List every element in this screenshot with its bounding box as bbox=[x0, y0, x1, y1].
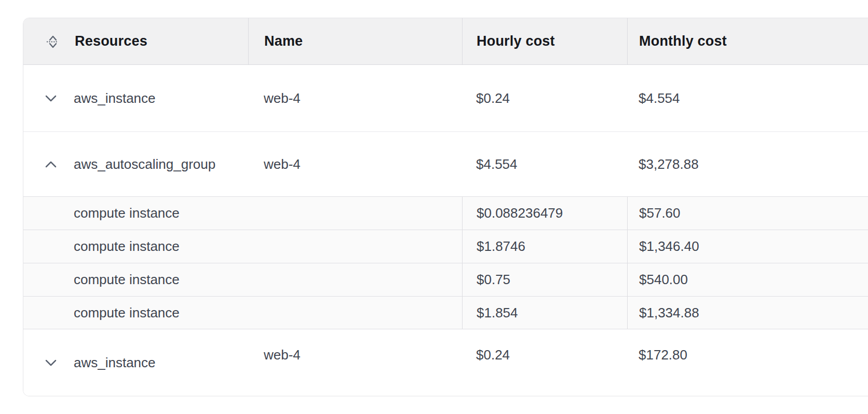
header-cell-resources[interactable]: Resources bbox=[23, 18, 248, 64]
monthly-cost-value: $540.00 bbox=[639, 272, 688, 288]
cost-component-label-cell: compute instance bbox=[23, 197, 462, 230]
cost-estimate-table: Resources Name Hourly cost Monthly cost … bbox=[23, 18, 868, 396]
cost-component-label-cell: compute instance bbox=[23, 297, 462, 329]
monthly-cost-cell: $172.80 bbox=[627, 329, 868, 396]
chevron-down-icon[interactable] bbox=[45, 95, 57, 102]
header-label-name: Name bbox=[264, 33, 303, 49]
sort-updown-icon bbox=[45, 34, 61, 49]
chevron-up-icon[interactable] bbox=[45, 161, 57, 168]
monthly-cost-value: $1,334.88 bbox=[639, 305, 699, 321]
hourly-cost-value: $1.854 bbox=[477, 305, 518, 321]
hourly-cost-cell: $0.24 bbox=[462, 329, 627, 396]
hourly-cost-value: $0.24 bbox=[476, 90, 510, 106]
resource-type: aws_autoscaling_group bbox=[74, 156, 215, 172]
resource-name: web-4 bbox=[264, 347, 301, 363]
header-cell-name: Name bbox=[248, 18, 462, 64]
name-cell: web-4 bbox=[248, 132, 462, 196]
cost-component-label: compute instance bbox=[74, 238, 180, 255]
hourly-cost-cell: $1.854 bbox=[462, 297, 627, 329]
header-cell-hourly-cost: Hourly cost bbox=[462, 18, 627, 64]
monthly-cost-value: $4.554 bbox=[639, 90, 680, 106]
cost-component-label: compute instance bbox=[74, 205, 180, 221]
name-cell: web-4 bbox=[248, 65, 462, 131]
hourly-cost-value: $0.75 bbox=[477, 272, 510, 288]
monthly-cost-value: $57.60 bbox=[639, 205, 681, 221]
hourly-cost-cell: $0.75 bbox=[462, 263, 627, 296]
cost-component-label-cell: compute instance bbox=[23, 263, 462, 296]
cost-component-row: compute instance $1.8746 $1,346.40 bbox=[23, 230, 868, 263]
cost-component-row: compute instance $0.75 $540.00 bbox=[23, 263, 868, 296]
cost-component-label: compute instance bbox=[74, 272, 180, 288]
resource-cell: aws_instance bbox=[23, 65, 248, 131]
monthly-cost-value: $172.80 bbox=[639, 347, 687, 363]
header-label-hourly-cost: Hourly cost bbox=[477, 33, 555, 49]
table-row: aws_autoscaling_group web-4 $4.554 $3,27… bbox=[23, 132, 868, 196]
table-header-row: Resources Name Hourly cost Monthly cost bbox=[23, 18, 868, 65]
hourly-cost-cell: $4.554 bbox=[462, 132, 627, 196]
table-row: aws_instance web-4 $0.24 $4.554 bbox=[23, 65, 868, 132]
hourly-cost-value: $1.8746 bbox=[477, 238, 525, 255]
monthly-cost-cell: $3,278.88 bbox=[627, 132, 868, 196]
cost-component-row: compute instance $0.088236479 $57.60 bbox=[23, 196, 868, 230]
monthly-cost-cell: $4.554 bbox=[627, 65, 868, 131]
resource-type: aws_instance bbox=[74, 355, 156, 371]
monthly-cost-cell: $1,346.40 bbox=[627, 230, 868, 263]
resource-cell: aws_autoscaling_group bbox=[23, 132, 248, 196]
monthly-cost-value: $3,278.88 bbox=[639, 156, 699, 172]
hourly-cost-value: $0.088236479 bbox=[477, 205, 563, 221]
hourly-cost-cell: $0.24 bbox=[462, 65, 627, 131]
cost-component-label: compute instance bbox=[74, 305, 180, 321]
hourly-cost-cell: $0.088236479 bbox=[462, 197, 627, 230]
hourly-cost-value: $4.554 bbox=[476, 156, 518, 172]
hourly-cost-value: $0.24 bbox=[476, 347, 510, 363]
monthly-cost-cell: $1,334.88 bbox=[627, 297, 868, 329]
resource-name: web-4 bbox=[264, 156, 301, 172]
cost-component-row: compute instance $1.854 $1,334.88 bbox=[23, 296, 868, 329]
resource-name: web-4 bbox=[264, 90, 301, 106]
monthly-cost-cell: $57.60 bbox=[627, 197, 868, 230]
name-cell: web-4 bbox=[248, 329, 462, 396]
monthly-cost-value: $1,346.40 bbox=[639, 238, 699, 255]
table-row: aws_instance web-4 $0.24 $172.80 bbox=[23, 329, 868, 396]
resource-type: aws_instance bbox=[74, 90, 156, 106]
monthly-cost-cell: $540.00 bbox=[627, 263, 868, 296]
header-label-resources: Resources bbox=[75, 33, 147, 49]
cost-component-label-cell: compute instance bbox=[23, 230, 462, 263]
header-cell-monthly-cost: Monthly cost bbox=[627, 18, 868, 64]
hourly-cost-cell: $1.8746 bbox=[462, 230, 627, 263]
header-label-monthly-cost: Monthly cost bbox=[639, 33, 727, 49]
chevron-down-icon[interactable] bbox=[45, 359, 57, 366]
resource-cell: aws_instance bbox=[23, 329, 248, 396]
